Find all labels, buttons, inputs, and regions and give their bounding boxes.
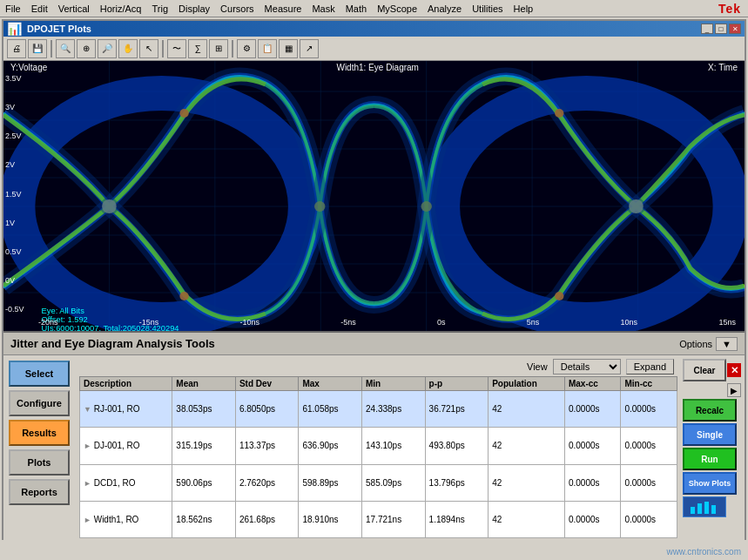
- menu-item-analyze[interactable]: Analyze: [422, 2, 467, 16]
- menu-item-math[interactable]: Math: [340, 2, 372, 16]
- maximize-button[interactable]: □: [715, 24, 727, 34]
- app-title: DPOJET Plots: [27, 24, 91, 34]
- description-cell: ▼ RJ-001, RO: [80, 391, 172, 428]
- table-row[interactable]: ► DJ-001, RO315.19ps113.37ps636.90ps143.…: [80, 428, 677, 464]
- toolbar-sep-2: [162, 40, 164, 57]
- print-button[interactable]: 🖨: [7, 39, 26, 58]
- svg-text:Eye: All Bits: Eye: All Bits: [42, 307, 85, 315]
- data-cell: 2.7620ps: [235, 464, 299, 501]
- panel-header: Jitter and Eye Diagram Analysis Tools Op…: [3, 333, 745, 355]
- table-row[interactable]: ► Width1, RO18.562ns261.68ps18.910ns17.7…: [80, 501, 677, 537]
- channel-button[interactable]: ⊞: [209, 39, 228, 58]
- options-button[interactable]: ▼: [716, 337, 738, 351]
- settings-button[interactable]: ⚙: [237, 39, 256, 58]
- table-header-cell: Max-cc: [564, 377, 621, 391]
- description-cell: ► DCD1, RO: [80, 464, 172, 501]
- app-title-controls: _ □ ✕: [701, 24, 741, 34]
- cursor-button[interactable]: ↖: [139, 39, 158, 58]
- data-cell: 42: [489, 464, 565, 501]
- waveform-button[interactable]: 〜: [167, 39, 186, 58]
- layout-button[interactable]: ▦: [279, 39, 298, 58]
- menu-item-myscope[interactable]: MyScope: [372, 2, 422, 16]
- menu-item-measure[interactable]: Measure: [259, 2, 307, 16]
- recalc-button[interactable]: Recalc: [683, 399, 737, 422]
- menu-item-file[interactable]: File: [0, 2, 26, 16]
- tek-logo: Tek: [718, 2, 741, 16]
- menu-item-trig[interactable]: Trig: [146, 2, 173, 16]
- x-axis-label: -20ns: [38, 318, 58, 327]
- svg-rect-31: [711, 505, 716, 514]
- menu-item-utilities[interactable]: Utilities: [467, 2, 508, 16]
- table-header-cell: p-p: [425, 377, 489, 391]
- data-cell: 0.0000s: [564, 391, 621, 428]
- data-cell: 636.90ps: [299, 428, 362, 464]
- data-cell: 36.721ps: [425, 391, 489, 428]
- close-panel-button[interactable]: ✕: [727, 363, 741, 377]
- zoom-box-button[interactable]: ⊕: [77, 39, 96, 58]
- x-axis-label: -5ns: [340, 318, 356, 327]
- zoom-out-button[interactable]: 🔎: [98, 39, 117, 58]
- row-expand-icon[interactable]: ►: [84, 442, 91, 450]
- menu-item-horiz/acq[interactable]: Horiz/Acq: [95, 2, 147, 16]
- options-label: Options: [679, 339, 712, 349]
- single-button[interactable]: Single: [683, 423, 737, 446]
- table-toolbar: View DetailsSummaryPass/Fail Expand: [79, 357, 677, 376]
- eye-diagram-svg: Eye: All Bits Offset: 1.592 UIs:6000:100…: [3, 61, 745, 331]
- data-cell: 0.0000s: [564, 501, 621, 537]
- reports-button[interactable]: Reports: [9, 479, 70, 505]
- data-cell: 493.80ps: [425, 428, 489, 464]
- menu-item-edit[interactable]: Edit: [26, 2, 53, 16]
- plots-button[interactable]: Plots: [9, 449, 70, 476]
- y-axis-label: 1.5V: [5, 190, 24, 199]
- table-header-cell: Min: [362, 377, 426, 391]
- math-button[interactable]: ∑: [188, 39, 207, 58]
- row-expand-icon[interactable]: ►: [84, 479, 91, 488]
- data-cell: 315.19ps: [172, 428, 236, 464]
- table-header-cell: Max: [299, 377, 362, 391]
- toolbar-sep-1: [51, 40, 52, 57]
- x-axis-label: 0s: [437, 318, 446, 327]
- expand-button[interactable]: Expand: [626, 359, 674, 374]
- menu-item-display[interactable]: Display: [173, 2, 215, 16]
- svg-rect-30: [704, 502, 709, 514]
- table-row[interactable]: ► DCD1, RO590.06ps2.7620ps598.89ps585.09…: [80, 464, 677, 501]
- data-cell: 17.721ns: [362, 501, 426, 537]
- data-cell: 261.68ps: [235, 501, 299, 537]
- arrow-right-button[interactable]: ▶: [727, 383, 741, 397]
- menu-item-mask[interactable]: Mask: [307, 2, 340, 16]
- table-row[interactable]: ▼ RJ-001, RO38.053ps6.8050ps61.058ps24.3…: [80, 391, 677, 428]
- zoom-in-button[interactable]: 🔍: [56, 39, 75, 58]
- show-plots-button[interactable]: Show Plots: [683, 472, 737, 495]
- panel-header-right: Options ▼: [679, 337, 738, 351]
- row-expand-icon[interactable]: ▼: [84, 405, 91, 414]
- view-label: View: [527, 361, 548, 372]
- row-expand-icon[interactable]: ►: [84, 516, 91, 524]
- minimize-button[interactable]: _: [701, 24, 713, 34]
- results-button[interactable]: Results: [9, 420, 70, 446]
- clear-button[interactable]: Clear: [683, 359, 726, 381]
- data-cell: 61.058ps: [299, 391, 362, 428]
- save-button[interactable]: 💾: [28, 39, 47, 58]
- y-axis-label: 3.5V: [5, 74, 24, 83]
- select-button[interactable]: Select: [9, 361, 70, 387]
- x-axis-label: 5ns: [527, 318, 540, 327]
- table-body: ▼ RJ-001, RO38.053ps6.8050ps61.058ps24.3…: [80, 391, 677, 538]
- export-button[interactable]: ↗: [300, 39, 319, 58]
- close-button[interactable]: ✕: [729, 24, 741, 34]
- menu-item-cursors[interactable]: Cursors: [215, 2, 259, 16]
- configure-button[interactable]: Configure: [9, 390, 70, 416]
- panel-title: Jitter and Eye Diagram Analysis Tools: [10, 337, 215, 350]
- data-cell: 0.0000s: [621, 391, 677, 428]
- bar-chart-svg: [689, 500, 720, 514]
- menu-item-vertical[interactable]: Vertical: [53, 2, 95, 16]
- view-select[interactable]: DetailsSummaryPass/Fail: [553, 359, 621, 374]
- menu-bar: FileEditVerticalHoriz/AcqTrigDisplayCurs…: [0, 0, 748, 17]
- data-cell: 0.0000s: [621, 501, 677, 537]
- menu-item-help[interactable]: Help: [509, 2, 539, 16]
- data-cell: 143.10ps: [362, 428, 426, 464]
- data-cell: 42: [489, 428, 565, 464]
- data-cell: 18.910ns: [299, 501, 362, 537]
- run-button[interactable]: Run: [683, 448, 737, 470]
- copy-button[interactable]: 📋: [258, 39, 277, 58]
- pan-button[interactable]: ✋: [118, 39, 138, 58]
